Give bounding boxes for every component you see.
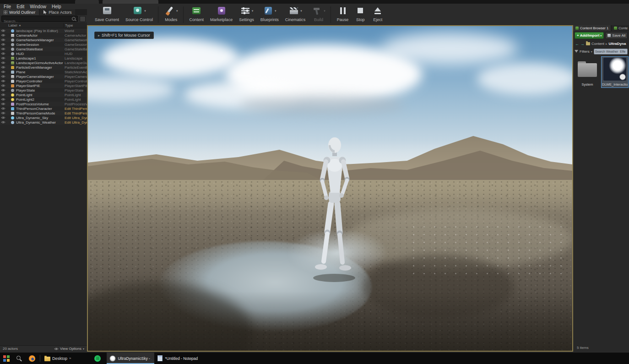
outliner-row[interactable]: ThirdPersonCharacterEdit ThirdPersonChar…: [0, 106, 87, 111]
modes-button[interactable]: ▾Modes: [161, 5, 181, 22]
edit-blueprint-link[interactable]: Edit ThirdPersonGameMode: [63, 111, 87, 115]
breadcrumb-root[interactable]: Content: [591, 42, 604, 46]
outliner-row[interactable]: HUDHUD: [0, 51, 87, 56]
visibility-eye-icon[interactable]: [0, 89, 6, 92]
breadcrumb-current[interactable]: UltraDyna: [609, 42, 626, 46]
taskbar-search-button[interactable]: [13, 353, 26, 364]
back-button[interactable]: ←: [575, 42, 579, 46]
visibility-eye-icon[interactable]: [0, 52, 6, 55]
outliner-row[interactable]: GameSessionGameSession: [0, 42, 87, 47]
visibility-eye-icon[interactable]: [0, 34, 6, 37]
outliner-row[interactable]: PlayerStartPIEPlayerStartPIE: [0, 83, 87, 88]
playerstart-type-icon: [11, 84, 14, 87]
outliner-row[interactable]: Ultra_Dynamic_SkyEdit Ultra_Dynamic_Sky: [0, 115, 87, 120]
outliner-row[interactable]: PlaneStaticMeshActor: [0, 70, 87, 74]
mouse-hint-tooltip: ▸ Shift+F1 for Mouse Cursor: [94, 32, 154, 39]
visibility-eye-icon[interactable]: [0, 112, 6, 114]
visibility-eye-icon[interactable]: [0, 43, 6, 46]
outliner-row[interactable]: CameraActorCameraActor: [0, 33, 87, 38]
visibility-eye-icon[interactable]: [0, 93, 6, 96]
visibility-eye-icon[interactable]: [0, 71, 6, 73]
menu-edit[interactable]: Edit: [16, 4, 24, 9]
tab-content-browser-1[interactable]: Content Browser 1: [573, 25, 611, 31]
menu-help[interactable]: Help: [52, 4, 61, 9]
outliner-row[interactable]: ParticleEventManagerParticleEventManager: [0, 65, 87, 70]
search-options-icon[interactable]: [80, 16, 86, 22]
character-mannequin: [309, 135, 359, 291]
actor-type: ParticleEventManager: [63, 65, 87, 70]
visibility-eye-icon[interactable]: [0, 57, 6, 60]
window-tab[interactable]: [103, 0, 158, 4]
firefox-button[interactable]: [26, 353, 38, 364]
taskbar-task-ultradynamicsky[interactable]: UltraDynamicSky - ...: [107, 353, 154, 364]
visibility-eye-icon[interactable]: [0, 75, 6, 78]
outliner-row[interactable]: Ultra_Dynamic_WeatherEdit Ultra_Dynamic_…: [0, 120, 87, 125]
visibility-eye-icon[interactable]: [0, 38, 6, 41]
actor-label: CameraActor: [16, 33, 63, 38]
toolbar-button-top: [191, 5, 202, 16]
edit-blueprint-link[interactable]: Edit Ultra_Dynamic_Weather: [63, 120, 87, 125]
toolbar-button-label: Blueprints: [260, 17, 279, 22]
visibility-eye-icon[interactable]: [0, 80, 6, 82]
visibility-eye-icon[interactable]: [0, 107, 6, 110]
blueprints-button[interactable]: ▾Blueprints: [257, 5, 282, 22]
tab-world-outliner[interactable]: World Outliner: [0, 9, 39, 15]
outliner-row[interactable]: landscape (Play In Editor)World: [0, 28, 87, 33]
pause-button[interactable]: Pause: [334, 5, 352, 22]
visibility-eye-icon[interactable]: [0, 66, 6, 69]
visibility-eye-icon[interactable]: [0, 116, 6, 119]
eject-button[interactable]: Eject: [369, 5, 386, 22]
outliner-search-box[interactable]: [1, 16, 78, 22]
settings-button[interactable]: ▾Settings: [236, 5, 257, 22]
marketplace-button[interactable]: Marketplace: [207, 5, 236, 22]
menu-file[interactable]: File: [4, 4, 11, 9]
cinematics-button[interactable]: ▾Cinematics: [282, 5, 309, 22]
save-all-button[interactable]: Save All: [605, 32, 628, 39]
outliner-row[interactable]: PointLight2PointLight: [0, 97, 87, 102]
outliner-row[interactable]: PostProcessVolumePostProcessVolume: [0, 102, 87, 106]
source-control-button[interactable]: ▾Source Control: [122, 5, 156, 22]
taskbar-task-untitled-notepad[interactable]: *Untitled - Notepad: [154, 353, 201, 364]
outliner-row[interactable]: GameStateBaseGameStateBase: [0, 47, 87, 51]
outliner-row[interactable]: LandscapeGizmoActiveActor1LandscapeGizmo…: [0, 60, 87, 65]
marketplace-icon: [216, 6, 227, 16]
forward-button[interactable]: →: [580, 42, 585, 46]
visibility-eye-icon[interactable]: [0, 121, 6, 124]
content-button[interactable]: Content: [186, 5, 207, 22]
visibility-eye-icon[interactable]: [0, 48, 6, 50]
folder-icon: [586, 42, 590, 45]
start-button[interactable]: [0, 353, 13, 364]
tab-content-browser-next[interactable]: Conte: [612, 25, 629, 31]
outliner-row[interactable]: GameNetworkManagerGameNetworkManager: [0, 38, 87, 42]
green-app-button[interactable]: [91, 353, 104, 364]
edit-blueprint-link[interactable]: Edit ThirdPersonCharacter: [63, 107, 87, 111]
stop-button[interactable]: Stop: [352, 5, 369, 22]
outliner-row[interactable]: ThirdPersonGameModeEdit ThirdPersonGameM…: [0, 111, 87, 115]
outliner-row[interactable]: PlayerCameraManagerPlayerCameraManager: [0, 74, 87, 79]
outliner-row[interactable]: PlayerControllerPlayerController: [0, 79, 87, 83]
outliner-row[interactable]: Landscape1Landscape: [0, 56, 87, 60]
visibility-eye-icon[interactable]: [0, 84, 6, 87]
content-browser-search-input[interactable]: [594, 49, 628, 54]
menu-window[interactable]: Window: [30, 4, 46, 9]
windows-taskbar: Desktop » UltraDynamicSky - ...*Untitled…: [0, 353, 629, 364]
toolbar-button-top: [372, 5, 383, 16]
filters-button[interactable]: Filters ▾: [575, 49, 592, 54]
outliner-row[interactable]: PointLightPointLight: [0, 92, 87, 97]
visibility-eye-icon[interactable]: [0, 103, 6, 105]
game-viewport[interactable]: ▸ Shift+F1 for Mouse Cursor: [87, 25, 573, 352]
window-tab[interactable]: [75, 0, 99, 4]
view-options-button[interactable]: View Options ▾: [54, 347, 84, 351]
visibility-eye-icon[interactable]: [0, 61, 6, 64]
save-current-button[interactable]: Save Current: [92, 5, 122, 22]
outliner-row[interactable]: PlayerStatePlayerState: [0, 88, 87, 92]
asset-system[interactable]: System: [574, 57, 601, 87]
asset-dlwe-interaction[interactable]: DLWE_Interaction: [602, 57, 628, 87]
visibility-eye-icon[interactable]: [0, 98, 6, 101]
outliner-search-input[interactable]: [2, 19, 77, 24]
edit-blueprint-link[interactable]: Edit Ultra_Dynamic_Sky: [63, 116, 87, 120]
add-import-button[interactable]: + Add/Import ▾: [575, 32, 604, 39]
desktop-toolbar[interactable]: Desktop »: [42, 353, 74, 364]
visibility-eye-icon[interactable]: [0, 29, 6, 32]
tab-place-actors[interactable]: Place Actors: [40, 9, 75, 15]
